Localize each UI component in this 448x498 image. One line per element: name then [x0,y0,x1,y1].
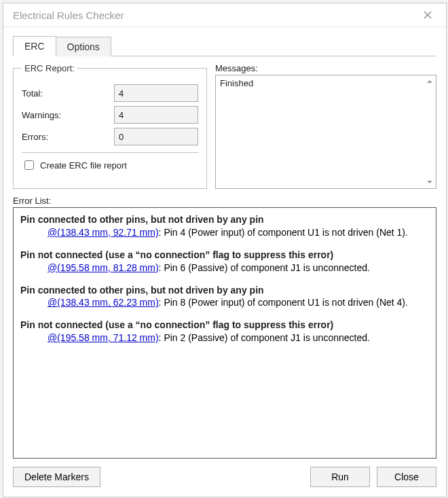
error-coord-link[interactable]: @(195.58 mm, 81.28 mm) [34,262,159,273]
error-title: Pin connected to other pins, but not dri… [20,284,429,297]
warnings-row: Warnings: [22,106,198,124]
messages-box: Finished [215,75,436,189]
run-button[interactable]: Run [310,467,370,487]
close-button[interactable]: Close [377,467,436,487]
dialog-window: Electrical Rules Checker ERC Options ERC… [3,3,447,497]
create-file-checkbox[interactable] [24,160,34,170]
erc-report-group: ERC Report: Total: Warnings: Errors: Cre… [13,63,207,189]
scroll-down-icon[interactable] [424,176,436,188]
warnings-value [114,106,198,124]
messages-panel: Messages: Finished [215,63,436,189]
error-coord-link[interactable]: @(138.43 mm, 92.71 mm) [34,227,159,238]
error-message: : Pin 4 (Power input) of component U1 is… [159,227,408,238]
error-body: @(138.43 mm, 92.71 mm): Pin 4 (Power inp… [20,226,429,239]
tab-options[interactable]: Options [56,37,111,56]
button-row: Delete Markers Run Close [13,467,436,487]
error-list[interactable]: Pin connected to other pins, but not dri… [13,207,436,459]
errors-row: Errors: [22,128,198,145]
errors-label: Errors: [22,132,83,142]
error-title: Pin connected to other pins, but not dri… [20,213,429,226]
separator [22,152,198,153]
delete-markers-button[interactable]: Delete Markers [13,467,100,487]
error-coord-link[interactable]: @(195.58 mm, 71.12 mm) [34,332,159,343]
error-body: @(138.43 mm, 62.23 mm): Pin 8 (Power inp… [20,296,429,309]
tab-erc[interactable]: ERC [13,36,56,56]
create-file-row: Create ERC file report [22,158,198,172]
error-item: Pin not connected (use a “no connection”… [20,249,429,274]
error-body: @(195.58 mm, 71.12 mm): Pin 2 (Passive) … [20,332,429,344]
error-message: : Pin 2 (Passive) of component J1 is unc… [159,332,370,343]
total-row: Total: [22,84,198,102]
error-title: Pin not connected (use a “no connection”… [20,319,429,332]
error-message: : Pin 8 (Power input) of component U1 is… [159,297,408,308]
error-item: Pin not connected (use a “no connection”… [20,319,429,344]
error-item: Pin connected to other pins, but not dri… [20,284,429,310]
upper-panel: ERC Report: Total: Warnings: Errors: Cre… [13,63,436,189]
title-bar: Electrical Rules Checker [3,3,446,27]
window-title: Electrical Rules Checker [13,10,124,21]
error-coord-link[interactable]: @(138.43 mm, 62.23 mm) [34,297,159,308]
error-item: Pin connected to other pins, but not dri… [20,213,429,239]
tab-strip: ERC Options [13,35,436,56]
error-title: Pin not connected (use a “no connection”… [20,249,429,262]
create-file-label: Create ERC file report [40,160,127,171]
messages-content: Finished [220,78,253,88]
warnings-label: Warnings: [22,110,83,120]
errors-value [114,128,198,145]
client-area: ERC Options ERC Report: Total: Warnings:… [3,27,446,497]
messages-label: Messages: [215,63,436,73]
close-icon[interactable] [416,5,439,24]
error-message: : Pin 6 (Passive) of component J1 is unc… [159,262,370,273]
error-list-label: Error List: [13,196,436,206]
total-value [114,84,198,102]
total-label: Total: [22,88,83,99]
scroll-up-icon[interactable] [424,75,436,88]
erc-report-legend: ERC Report: [22,63,77,73]
error-body: @(195.58 mm, 81.28 mm): Pin 6 (Passive) … [20,262,429,274]
